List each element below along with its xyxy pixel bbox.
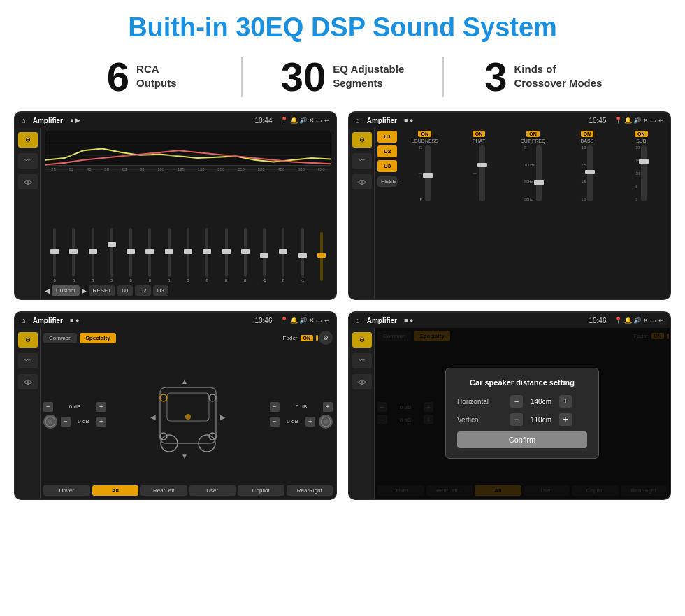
- db-plus-right-2[interactable]: +: [305, 417, 315, 427]
- amp-reset-btn[interactable]: RESET: [377, 176, 397, 187]
- cs-rearright-btn[interactable]: RearRight: [287, 485, 333, 496]
- dialog-title: Car speaker distance setting: [457, 378, 587, 387]
- eq-sidebar-wave[interactable]: 〰: [18, 153, 38, 169]
- svg-text:▶: ▶: [220, 413, 226, 421]
- db-minus-right-1[interactable]: −: [270, 402, 280, 412]
- amp-controls: ON LOUDNESS G—F ON PHAT —: [399, 131, 667, 296]
- eq-status-icons: 📍 🔔 🔊 ✕ ▭ ↩: [280, 117, 330, 124]
- amp-loudness-on[interactable]: ON: [418, 131, 431, 137]
- amp-phat-slider[interactable]: [480, 145, 485, 201]
- dialog-time: 10:46: [589, 317, 606, 324]
- eq-slider-9[interactable]: 0: [217, 228, 234, 282]
- amp-home-icon[interactable]: ⌂: [355, 116, 360, 124]
- amp-sidebar-eq[interactable]: ⚙: [352, 132, 372, 148]
- dialog-sidebar-eq[interactable]: ⚙: [352, 332, 372, 348]
- cs-all-btn[interactable]: All: [92, 485, 139, 496]
- cs-sidebar-vol[interactable]: ◁▷: [18, 374, 38, 389]
- dialog-horizontal-label: Horizontal: [457, 398, 506, 406]
- eq-u1-btn[interactable]: U1: [117, 285, 133, 296]
- dialog-vertical-minus[interactable]: −: [510, 413, 523, 426]
- eq-slider-7[interactable]: 0: [180, 228, 196, 282]
- settings-icon[interactable]: ⚙: [319, 331, 333, 345]
- amp-u1-btn[interactable]: U1: [377, 131, 397, 143]
- amp-u3-btn[interactable]: U3: [377, 160, 397, 172]
- eq-reset-btn[interactable]: RESET: [89, 285, 116, 296]
- eq-sidebar-vol[interactable]: ◁▷: [18, 174, 38, 189]
- cs-sidebar-wave[interactable]: 〰: [18, 353, 38, 368]
- db-row-left-2: − 0 dB +: [43, 415, 106, 429]
- cs-tab-specialty[interactable]: Specialty: [80, 333, 115, 343]
- eq-slider-10[interactable]: 0: [237, 228, 254, 282]
- cs-driver-btn[interactable]: Driver: [43, 485, 90, 496]
- amp-phat-on[interactable]: ON: [473, 131, 486, 137]
- amp-bass-slider[interactable]: [587, 145, 593, 201]
- page-title: Buith-in 30EQ DSP Sound System: [0, 0, 685, 50]
- cs-user-btn[interactable]: User: [189, 485, 236, 496]
- dialog-sidebar-vol[interactable]: ◁▷: [352, 374, 372, 389]
- amp-main-area: U1 U2 U3 RESET ON LOUDNESS G—F: [375, 128, 670, 299]
- dialog-horizontal-row: Horizontal − 140cm +: [457, 395, 587, 408]
- dialog-horizontal-minus[interactable]: −: [510, 395, 523, 408]
- eq-slider-8[interactable]: 0: [199, 228, 215, 282]
- eq-next-btn[interactable]: ▶: [82, 287, 87, 294]
- amp-bass-on[interactable]: ON: [581, 131, 594, 137]
- amp-loudness-slider[interactable]: [425, 145, 431, 201]
- db-plus-left-2[interactable]: +: [96, 417, 106, 427]
- eq-slider-1[interactable]: 0: [65, 228, 82, 282]
- amp-status-bar: ⌂ Amplifier ■ ● 10:45 📍 🔔 🔊 ✕ ▭ ↩: [349, 113, 670, 128]
- cs-bottom-buttons: Driver All RearLeft User Copilot RearRig…: [43, 485, 333, 496]
- db-plus-left-1[interactable]: +: [96, 402, 106, 412]
- eq-sidebar-eq[interactable]: ⚙: [18, 132, 38, 148]
- eq-slider-0[interactable]: 0: [46, 228, 63, 282]
- cs-copilot-btn[interactable]: Copilot: [238, 485, 284, 496]
- amp-sidebar-wave[interactable]: 〰: [352, 153, 372, 169]
- amp-time: 10:45: [589, 117, 606, 124]
- speaker-icon-left: [43, 415, 57, 429]
- eq-slider-12[interactable]: 0: [275, 228, 291, 282]
- eq-slider-4[interactable]: 0: [122, 228, 139, 282]
- dialog-horizontal-plus[interactable]: +: [559, 395, 572, 408]
- eq-prev-btn[interactable]: ◀: [45, 287, 50, 294]
- svg-point-4: [48, 420, 52, 424]
- amp-cutfreq-slider[interactable]: [536, 145, 542, 201]
- stat-rca: 6 RCAOutputs: [42, 57, 243, 97]
- eq-custom-btn[interactable]: Custom: [52, 285, 80, 296]
- car-diagram: ▲ ▼ ◀ ▶: [110, 366, 266, 464]
- eq-slider-6[interactable]: 0: [161, 228, 178, 282]
- amp-u2-btn[interactable]: U2: [377, 145, 397, 157]
- eq-slider-13[interactable]: -1: [294, 228, 310, 282]
- eq-u3-btn[interactable]: U3: [153, 285, 168, 296]
- amp-cutfreq-col: ON CUT FREQ F100Hz80Hz60Hz: [507, 131, 558, 296]
- dialog-vertical-plus[interactable]: +: [559, 413, 572, 426]
- svg-text:◀: ◀: [150, 413, 156, 421]
- eq-slider-3[interactable]: 5: [103, 228, 120, 282]
- db-minus-left-1[interactable]: −: [43, 402, 53, 412]
- amp-u-buttons: U1 U2 U3 RESET: [377, 131, 397, 296]
- db-minus-left-2[interactable]: −: [61, 417, 71, 427]
- amp-sub-on[interactable]: ON: [635, 131, 648, 137]
- eq-slider-2[interactable]: 0: [85, 228, 101, 282]
- eq-u2-btn[interactable]: U2: [135, 285, 150, 296]
- db-minus-right-2[interactable]: −: [270, 417, 280, 427]
- cs-home-icon[interactable]: ⌂: [21, 316, 26, 324]
- amp-cutfreq-label: CUT FREQ: [521, 138, 546, 143]
- amp-cutfreq-on[interactable]: ON: [526, 131, 540, 137]
- eq-slider-5[interactable]: 0: [141, 228, 158, 282]
- confirm-button[interactable]: Confirm: [457, 431, 587, 448]
- svg-point-9: [160, 394, 167, 401]
- dialog-home-icon[interactable]: ⌂: [355, 316, 360, 324]
- cs-sidebar-eq[interactable]: ⚙: [18, 332, 38, 348]
- eq-slider-11[interactable]: -1: [256, 228, 273, 282]
- cs-rearleft-btn[interactable]: RearLeft: [140, 485, 187, 496]
- cs-screen-title: Amplifier: [33, 317, 63, 324]
- amp-sub-slider[interactable]: [641, 145, 647, 201]
- eq-status-bar: ⌂ Amplifier ● ▶ 10:44 📍 🔔 🔊 ✕ ▭ ↩: [15, 113, 336, 128]
- db-plus-right-1[interactable]: +: [323, 402, 333, 412]
- eq-slider-14[interactable]: [313, 232, 330, 282]
- dialog-sidebar-wave[interactable]: 〰: [352, 353, 372, 368]
- stat-eq-number: 30: [281, 57, 326, 97]
- amp-sidebar-vol[interactable]: ◁▷: [352, 174, 372, 189]
- cs-tab-common[interactable]: Common: [43, 333, 77, 343]
- home-icon[interactable]: ⌂: [21, 116, 26, 124]
- fader-on-badge[interactable]: ON: [301, 335, 314, 341]
